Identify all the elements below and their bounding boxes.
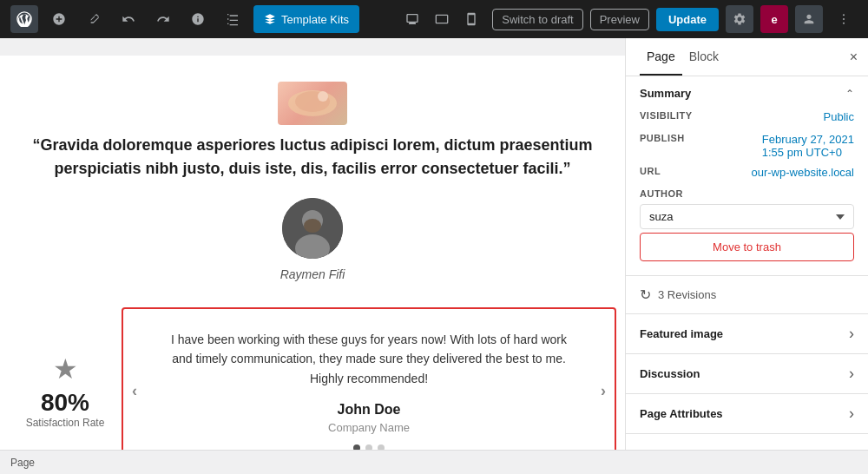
- carousel-dot-1[interactable]: [353, 444, 360, 450]
- update-button[interactable]: Update: [656, 8, 719, 31]
- quote-image-placeholder: [278, 82, 347, 125]
- svg-point-6: [318, 91, 328, 102]
- visibility-value[interactable]: Public: [824, 110, 854, 123]
- stats-testimonial-row: ★ 80% Satisfaction Rate ‹ I have been wo…: [9, 307, 616, 450]
- carousel-dots: [353, 444, 385, 450]
- svg-point-1: [843, 14, 845, 16]
- summary-section-header[interactable]: Summary ⌃: [626, 76, 868, 110]
- bottom-bar-label: Page: [10, 457, 35, 469]
- stats-section: ★ 80% Satisfaction Rate: [9, 335, 122, 446]
- publish-time[interactable]: 1:55 pm UTC+0: [762, 146, 854, 159]
- undo-button[interactable]: [115, 5, 142, 33]
- svg-point-10: [304, 219, 321, 233]
- stat-percent: 80%: [17, 389, 113, 417]
- carousel-dot-2[interactable]: [365, 444, 372, 450]
- desktop-view-button[interactable]: [398, 5, 426, 33]
- publish-label: Publish: [640, 133, 685, 143]
- svg-point-2: [843, 18, 845, 20]
- testimonial-company: Company Name: [328, 421, 410, 434]
- bottom-bar: Page: [0, 450, 868, 474]
- quote-section: “Gravida doloremque asperiores luctus ad…: [9, 73, 616, 299]
- url-label: URL: [640, 166, 661, 176]
- mobile-view-button[interactable]: [457, 5, 485, 33]
- discussion-section[interactable]: Discussion ›: [626, 354, 868, 394]
- tab-page[interactable]: Page: [640, 39, 682, 76]
- star-icon: ★: [17, 352, 113, 385]
- device-buttons: [398, 5, 485, 33]
- page-attributes-chevron: ›: [849, 405, 854, 423]
- url-row: URL our-wp-website.local: [640, 166, 854, 181]
- right-sidebar: Page Block × Summary ⌃ Visibility Public…: [625, 38, 868, 450]
- elementor-button[interactable]: e: [760, 5, 788, 33]
- page-attributes-title: Page Attributes: [640, 407, 723, 420]
- featured-image-section[interactable]: Featured image ›: [626, 314, 868, 354]
- tab-block[interactable]: Block: [682, 39, 726, 76]
- discussion-chevron: ›: [849, 365, 854, 383]
- author-select[interactable]: suza: [640, 204, 854, 229]
- quote-image: [26, 82, 599, 125]
- redo-button[interactable]: [149, 5, 177, 33]
- carousel-prev-button[interactable]: ‹: [132, 382, 137, 400]
- editor-canvas: “Gravida doloremque asperiores luctus ad…: [0, 56, 625, 450]
- template-kits-button[interactable]: Template Kits: [253, 5, 359, 33]
- featured-image-chevron: ›: [849, 325, 854, 343]
- avatar-container: [26, 198, 599, 259]
- revisions-label: 3 Revisions: [658, 288, 716, 301]
- avatar: [282, 198, 343, 259]
- wp-logo[interactable]: [10, 5, 38, 33]
- summary-chevron: ⌃: [845, 88, 854, 100]
- main-layout: “Gravida doloremque asperiores luctus ad…: [0, 38, 868, 450]
- page-attributes-section[interactable]: Page Attributes ›: [626, 394, 868, 434]
- sidebar-close-button[interactable]: ×: [850, 50, 858, 64]
- settings-button[interactable]: [726, 5, 753, 33]
- quote-text: “Gravida doloremque asperiores luctus ad…: [26, 134, 599, 181]
- preview-button[interactable]: Preview: [590, 9, 649, 30]
- info-button[interactable]: [184, 5, 212, 33]
- svg-point-3: [843, 23, 845, 24]
- avatar-inner: [282, 198, 343, 259]
- template-kits-label: Template Kits: [281, 13, 349, 26]
- list-view-button[interactable]: [219, 5, 247, 33]
- summary-section: Summary ⌃ Visibility Public Publish Febr…: [626, 76, 868, 276]
- publish-date-group: February 27, 2021 1:55 pm UTC+0: [762, 133, 854, 159]
- publish-row: Publish February 27, 2021 1:55 pm UTC+0: [640, 133, 854, 159]
- editor-area[interactable]: “Gravida doloremque asperiores luctus ad…: [0, 38, 625, 450]
- sidebar-header: Page Block ×: [626, 38, 868, 76]
- toolbar: Template Kits Switch to draft Preview Up…: [0, 0, 868, 38]
- testimonial-text: I have been working with these guys for …: [169, 330, 569, 388]
- toolbar-right: Switch to draft Preview Update e: [398, 5, 858, 33]
- author-label: AUTHOR: [640, 188, 854, 199]
- revisions-row[interactable]: ↻ 3 Revisions: [626, 276, 868, 314]
- tablet-view-button[interactable]: [428, 5, 456, 33]
- summary-title: Summary: [640, 87, 691, 100]
- more-options-button[interactable]: [830, 5, 858, 33]
- carousel-dot-3[interactable]: [378, 444, 385, 450]
- visibility-row: Visibility Public: [640, 110, 854, 126]
- testimonial-carousel: ‹ I have been working with these guys fo…: [122, 307, 616, 450]
- stat-label: Satisfaction Rate: [17, 417, 113, 429]
- author-row: AUTHOR suza: [640, 188, 854, 229]
- visibility-label: Visibility: [640, 110, 693, 121]
- testimonial-author: John Doe: [338, 402, 401, 418]
- person-name: Raymen Fifi: [26, 267, 599, 281]
- tools-button[interactable]: [80, 5, 108, 33]
- carousel-next-button[interactable]: ›: [601, 382, 606, 400]
- revisions-icon: ↻: [640, 286, 651, 303]
- discussion-title: Discussion: [640, 367, 700, 380]
- move-to-trash-button[interactable]: Move to trash: [640, 233, 854, 261]
- url-value[interactable]: our-wp-website.local: [752, 166, 855, 179]
- user-button[interactable]: [795, 5, 823, 33]
- publish-date[interactable]: February 27, 2021: [762, 133, 854, 146]
- switch-to-draft-button[interactable]: Switch to draft: [492, 9, 582, 30]
- featured-image-title: Featured image: [640, 327, 723, 340]
- summary-content: Visibility Public Publish February 27, 2…: [626, 110, 868, 275]
- add-block-toolbar-button[interactable]: [45, 5, 73, 33]
